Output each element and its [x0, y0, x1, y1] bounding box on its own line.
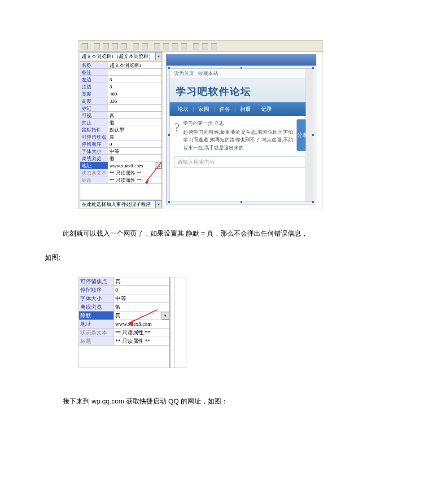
resize-handle[interactable]: [240, 67, 243, 70]
property-value[interactable]: 默认型: [108, 126, 162, 133]
property-name: 禁止: [80, 119, 108, 126]
toolbar-icon[interactable]: [211, 43, 217, 49]
toolbar-icon[interactable]: [121, 43, 127, 49]
property-row[interactable]: 高度336: [80, 97, 162, 105]
toolbar-icon[interactable]: [172, 43, 178, 49]
property-row[interactable]: 字体大小中等: [79, 294, 169, 303]
link-favorite[interactable]: 收藏本站: [198, 70, 218, 77]
property-name: 停留顺序: [80, 140, 108, 148]
property-value[interactable]: 真: [108, 112, 162, 119]
nav-item[interactable]: 记录: [257, 105, 276, 113]
property-row[interactable]: 可停留焦点真: [79, 277, 169, 286]
question-mark-icon: ?: [174, 119, 179, 151]
property-value[interactable]: ** 只读属性 **: [114, 337, 169, 346]
nav-item[interactable]: 相册: [236, 105, 255, 113]
property-value[interactable]: 真▾: [114, 311, 169, 320]
property-value[interactable]: www.xuex8.com: [114, 320, 169, 329]
property-row[interactable]: 名称超文本浏览框1: [80, 61, 162, 69]
nav-item[interactable]: 任务: [215, 105, 235, 113]
property-value[interactable]: [108, 105, 162, 112]
resize-handle[interactable]: [168, 201, 170, 203]
toolbar-icon[interactable]: [202, 43, 208, 49]
property-value[interactable]: 假: [114, 303, 169, 311]
toolbar-icon[interactable]: [142, 43, 148, 49]
event-combo-label: 在此处选择加入事件处理子程序: [80, 200, 155, 208]
property-value[interactable]: www.xuex8.com…: [108, 162, 162, 169]
ellipsis-button[interactable]: …: [155, 162, 162, 169]
property-row[interactable]: 地址www.xuex8.com: [79, 320, 169, 329]
property-row[interactable]: 宽度400: [80, 90, 162, 97]
property-row[interactable]: 可视真: [80, 112, 162, 119]
property-row[interactable]: 标题** 只读属性 **: [79, 337, 169, 346]
property-name: 左边: [80, 76, 108, 83]
nav-item[interactable]: 论坛: [173, 105, 193, 113]
link-set-home[interactable]: 设为首页: [174, 70, 194, 77]
property-value[interactable]: 超文本浏览框1: [108, 61, 162, 69]
toolbar-icon[interactable]: [82, 43, 88, 49]
toolbar-icon[interactable]: [181, 43, 187, 49]
property-row[interactable]: 静默真▾: [79, 311, 169, 320]
search-box[interactable]: 请输入搜索内容: [174, 156, 308, 168]
property-row[interactable]: 备注: [80, 69, 162, 76]
property-row[interactable]: 字体大小中等: [80, 148, 162, 155]
property-name: 可停留焦点: [79, 277, 114, 286]
property-name: 字体大小: [79, 294, 114, 303]
property-value[interactable]: 8: [108, 83, 162, 90]
component-dropdown[interactable]: 超文本浏览框1（超文本浏览框） ▾: [79, 52, 163, 61]
property-row[interactable]: 停留顺序0: [80, 140, 162, 148]
toolbar-icon[interactable]: [94, 43, 100, 49]
property-value[interactable]: [108, 69, 162, 76]
toolbar-icon[interactable]: [193, 43, 199, 49]
property-value[interactable]: 0: [108, 140, 162, 148]
property-row[interactable]: 标题** 只读属性 **: [80, 176, 162, 184]
property-value[interactable]: ** 只读属性 **: [108, 176, 162, 184]
toolbar-icon[interactable]: [112, 43, 118, 49]
property-value[interactable]: 假: [108, 119, 162, 126]
property-value[interactable]: 400: [108, 90, 162, 97]
resize-handle[interactable]: [168, 67, 170, 70]
design-canvas[interactable]: 设为首页 收藏本站 学习吧软件论坛 论坛| 家园| 任务| 相册| 记录: [163, 52, 323, 209]
toolbar-icon[interactable]: [103, 43, 109, 49]
property-value[interactable]: ** 只读属性 **: [114, 329, 169, 337]
property-row[interactable]: 离线浏览假: [79, 303, 169, 311]
property-row[interactable]: 标记: [80, 105, 162, 112]
property-value[interactable]: 336: [108, 97, 162, 105]
property-row[interactable]: 停留顺序0: [79, 286, 169, 294]
site-hero: ? 学习的第一步 立志 起初学习的时候,最重要的是斗志,假若你因为害怕学习而逃避…: [170, 116, 313, 154]
property-row[interactable]: 地址www.xuex8.com…: [80, 162, 162, 169]
chevron-down-icon[interactable]: ▾: [162, 312, 169, 320]
design-canvas[interactable]: [170, 277, 187, 368]
property-row[interactable]: 禁止假: [80, 119, 162, 126]
property-row[interactable]: 顶边8: [80, 83, 162, 90]
property-value[interactable]: 中等: [108, 148, 162, 155]
toolbar-icon[interactable]: [154, 43, 160, 49]
resize-handle[interactable]: [168, 134, 170, 136]
property-row[interactable]: 左边8: [80, 76, 162, 83]
resize-handle[interactable]: [312, 67, 315, 70]
property-value[interactable]: 0: [114, 286, 169, 294]
resize-handle[interactable]: [312, 201, 315, 203]
resize-handle[interactable]: [240, 201, 243, 203]
property-row[interactable]: 状态条文本** 只读属性 **: [79, 329, 169, 337]
property-value[interactable]: 假: [108, 155, 162, 162]
hero-head: 学习的第一步 立志: [183, 119, 293, 127]
event-combo[interactable]: 在此处选择加入事件处理子程序 ▾: [79, 200, 163, 209]
property-row[interactable]: 状态条文本** 只读属性 **: [80, 169, 162, 176]
property-value[interactable]: ** 只读属性 **: [108, 169, 162, 176]
property-value[interactable]: 中等: [114, 294, 169, 303]
nav-item[interactable]: 家园: [194, 105, 214, 113]
property-value[interactable]: 真: [114, 277, 169, 286]
toolbar-icon[interactable]: [163, 43, 169, 49]
property-value[interactable]: 8: [108, 76, 162, 83]
property-value[interactable]: 真: [108, 133, 162, 140]
property-row[interactable]: 鼠标指针默认型: [80, 126, 162, 133]
toolbar-icon[interactable]: [133, 43, 139, 49]
property-name: 鼠标指针: [80, 126, 108, 133]
property-grid: 可停留焦点真停留顺序0字体大小中等离线浏览假静默真▾地址www.xuex8.co…: [79, 277, 169, 346]
resize-handle[interactable]: [312, 134, 315, 136]
property-row[interactable]: 离线浏览假: [80, 155, 162, 162]
property-panel: 可停留焦点真停留顺序0字体大小中等离线浏览假静默真▾地址www.xuex8.co…: [79, 277, 170, 368]
property-row[interactable]: 可停留焦点真: [80, 133, 162, 140]
chevron-down-icon[interactable]: ▾: [155, 52, 162, 60]
chevron-down-icon[interactable]: ▾: [155, 200, 162, 208]
